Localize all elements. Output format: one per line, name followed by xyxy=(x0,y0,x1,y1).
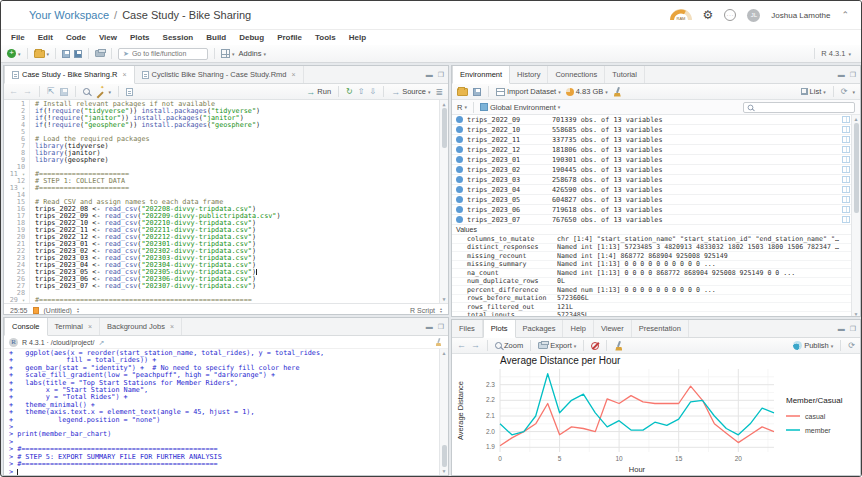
minimize-pane-icon[interactable]: ▬ xyxy=(838,71,845,78)
document-outline-icon[interactable]: ≣ xyxy=(435,87,443,97)
ram-gauge-icon[interactable]: RAM xyxy=(670,9,692,21)
tab-case-study-bike-sharing-r[interactable]: Case Study - Bike Sharing.R× xyxy=(4,66,135,84)
view-table-icon[interactable] xyxy=(842,116,850,123)
rerun-icon[interactable]: ↻ xyxy=(346,87,353,96)
environment-data-row[interactable]: trips_2022_10558685 obs. of 13 variables xyxy=(452,125,860,135)
editor-scrollbar[interactable]: ▲ ▼ xyxy=(439,100,448,303)
view-table-icon[interactable] xyxy=(842,186,850,193)
view-table-icon[interactable] xyxy=(842,166,850,173)
tab-tutorial[interactable]: Tutorial xyxy=(605,66,645,83)
scroll-up-icon[interactable]: ▲ xyxy=(442,101,445,107)
editor-code[interactable]: # Install relevant packages if not avail… xyxy=(30,100,448,303)
editor-scroll-thumb[interactable] xyxy=(442,108,447,148)
view-table-icon[interactable] xyxy=(842,136,850,143)
import-dataset-button[interactable]: Import Dataset▾ xyxy=(496,87,561,96)
close-tab-icon[interactable]: × xyxy=(122,71,126,78)
list-view-button[interactable]: List▾ xyxy=(801,87,826,96)
save-workspace-icon[interactable] xyxy=(473,88,481,96)
environment-search[interactable] xyxy=(743,102,855,113)
environment-value-row[interactable]: rows_before_mutation5723606L xyxy=(452,295,860,304)
save-source-icon[interactable] xyxy=(60,88,68,96)
environment-data-row[interactable]: trips_2023_05604827 obs. of 13 variables xyxy=(452,195,860,205)
language-selector[interactable]: R▾ xyxy=(457,103,467,112)
clear-all-plots-icon[interactable] xyxy=(614,341,623,351)
refresh-environment-icon[interactable]: ⟳ xyxy=(841,87,848,96)
next-chunk-icon[interactable]: ⇩ xyxy=(369,87,376,96)
menu-item-build[interactable]: Build xyxy=(206,33,226,42)
menu-item-debug[interactable]: Debug xyxy=(239,33,264,42)
forward-icon[interactable]: → xyxy=(23,87,32,96)
settings-gear-icon[interactable]: ⚙ xyxy=(703,9,714,21)
maximize-pane-icon[interactable]: ❐ xyxy=(438,71,444,79)
find-replace-icon[interactable] xyxy=(83,88,90,95)
collapse-header-icon[interactable]: ⌃ xyxy=(841,10,849,20)
environment-value-row[interactable]: percent_differenceNamed num [1:13] 0 0 0… xyxy=(452,286,860,295)
view-table-icon[interactable] xyxy=(842,196,850,203)
environment-data-row[interactable]: trips_2022_11337735 obs. of 13 variables xyxy=(452,135,860,145)
environment-value-row[interactable]: missing_summaryNamed int [1:13] 0 0 0 0 … xyxy=(452,261,860,270)
user-avatar[interactable]: JL xyxy=(747,9,760,22)
view-table-icon[interactable] xyxy=(842,146,850,153)
open-file-button[interactable]: ▾ xyxy=(34,50,50,58)
menu-item-code[interactable]: Code xyxy=(66,33,86,42)
menu-item-view[interactable]: View xyxy=(99,33,117,42)
external-link-icon[interactable]: ↗ xyxy=(98,339,104,346)
zoom-plot-button[interactable]: Zoom xyxy=(495,341,523,350)
r-version-selector[interactable]: R 4.3.1▾ xyxy=(821,49,855,58)
close-tab-icon[interactable]: × xyxy=(88,323,92,330)
breadcrumb-workspace-link[interactable]: Your Workspace xyxy=(29,9,109,21)
publish-plot-button[interactable]: Publish▾ xyxy=(793,341,833,350)
save-all-button[interactable] xyxy=(74,50,82,58)
environment-value-row[interactable]: rows_filtered_out121L xyxy=(452,303,860,312)
environment-value-row[interactable]: na_countNamed int [1:13] 0 0 0 0 868772 … xyxy=(452,269,860,278)
goto-file-search[interactable]: ➤ xyxy=(118,48,208,60)
minimize-pane-icon[interactable]: ▬ xyxy=(838,325,845,332)
code-line[interactable]: #====================== xyxy=(35,185,448,192)
previous-chunk-icon[interactable]: ⇧ xyxy=(358,87,365,96)
tab-connections[interactable]: Connections xyxy=(548,66,605,83)
environment-data-row[interactable]: trips_2022_09701339 obs. of 13 variables xyxy=(452,115,860,125)
view-table-icon[interactable] xyxy=(842,126,850,133)
console-output[interactable]: + ggplot(aes(x = reorder(start_station_n… xyxy=(4,349,448,475)
previous-plot-icon[interactable]: ← xyxy=(457,341,466,350)
compile-report-icon[interactable] xyxy=(126,88,133,96)
tab-terminal[interactable]: Terminal× xyxy=(48,318,100,335)
tab-environment[interactable]: Environment xyxy=(452,66,510,84)
maximize-pane-icon[interactable]: ❐ xyxy=(850,325,856,333)
popout-icon[interactable]: ⇱ xyxy=(47,87,55,96)
view-table-icon[interactable] xyxy=(842,176,850,183)
env-scroll-down-icon[interactable]: ▼ xyxy=(854,311,859,317)
environment-data-row[interactable]: trips_2023_04426590 obs. of 13 variables xyxy=(452,185,860,195)
close-tab-icon[interactable]: × xyxy=(170,323,174,330)
menu-item-tools[interactable]: Tools xyxy=(315,33,336,42)
tab-help[interactable]: Help xyxy=(563,320,593,337)
minimize-pane-icon[interactable]: ▬ xyxy=(426,323,433,330)
environment-scope-selector[interactable]: Global Environment▾ xyxy=(480,103,560,112)
view-table-icon[interactable] xyxy=(842,216,850,223)
code-line[interactable]: trips_2023_07 <- read_csv("202307-divvy-… xyxy=(35,283,448,290)
save-button[interactable] xyxy=(62,50,70,58)
menu-item-help[interactable]: Help xyxy=(349,33,366,42)
refresh-plot-icon[interactable]: ⟳ xyxy=(848,341,855,350)
menu-item-edit[interactable]: Edit xyxy=(38,33,53,42)
print-button[interactable] xyxy=(95,50,105,57)
memory-usage-button[interactable]: 4.83 GB▾ xyxy=(566,87,608,96)
maximize-pane-icon[interactable]: ❐ xyxy=(438,323,444,331)
code-line[interactable]: library(geosphere) xyxy=(35,157,448,164)
environment-data-row[interactable]: trips_2023_01190301 obs. of 13 variables xyxy=(452,155,860,165)
environment-data-row[interactable]: trips_2023_07767650 obs. of 13 variables xyxy=(452,215,860,225)
menu-item-file[interactable]: File xyxy=(11,33,25,42)
tab-plots[interactable]: Plots xyxy=(483,320,516,338)
console-scroll-thumb[interactable] xyxy=(442,445,447,467)
environment-value-row[interactable]: num_duplicate_rows0L xyxy=(452,278,860,287)
tab-viewer[interactable]: Viewer xyxy=(594,320,632,337)
code-line[interactable]: if(!require("geosphere")) install.packag… xyxy=(35,122,448,129)
environment-value-row[interactable]: distinct_responsesNamed int [1:13] 57234… xyxy=(452,244,860,253)
pane-layout-button[interactable]: ▾ xyxy=(221,49,235,58)
console-scroll-up-icon[interactable]: ▲ xyxy=(442,350,447,356)
load-workspace-icon[interactable] xyxy=(457,88,468,96)
source-button[interactable]: →Source▾ xyxy=(391,87,430,97)
back-icon[interactable]: ← xyxy=(9,87,18,96)
addins-button[interactable]: Addins▾ xyxy=(239,49,266,58)
env-scroll-thumb[interactable] xyxy=(854,123,859,213)
